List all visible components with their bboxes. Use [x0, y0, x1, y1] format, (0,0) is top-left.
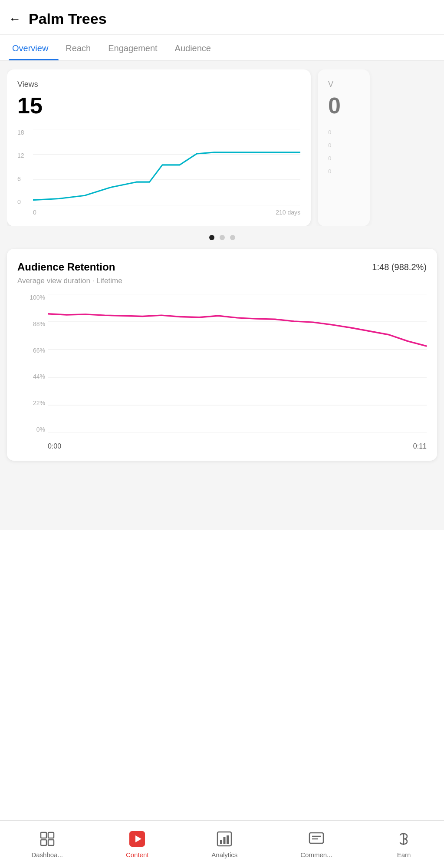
svg-rect-13	[48, 840, 54, 845]
svg-rect-10	[41, 832, 46, 838]
nav-item-comments[interactable]: Commen...	[295, 827, 337, 862]
nav-item-earn[interactable]: Earn	[390, 827, 418, 862]
secondary-card: V 0 0000	[318, 69, 370, 226]
secondary-label: V	[328, 80, 359, 89]
nav-label-analytics: Analytics	[211, 851, 237, 858]
nav-label-comments: Commen...	[300, 851, 332, 858]
chart-x-labels: 0 210 days	[33, 209, 300, 216]
analytics-icon	[216, 830, 233, 848]
earn-icon	[395, 830, 412, 848]
svg-rect-11	[48, 832, 54, 838]
header: ← Palm Trees	[0, 0, 444, 35]
retention-x-labels: 0:00 0:11	[48, 442, 427, 450]
content-icon	[128, 830, 146, 848]
tab-overview[interactable]: Overview	[9, 35, 59, 60]
retention-title: Audience Retention	[17, 261, 115, 273]
svg-rect-12	[41, 840, 46, 845]
dot-2	[220, 235, 225, 240]
retention-header: Audience Retention 1:48 (988.2%)	[17, 261, 427, 273]
views-value: 15	[17, 92, 300, 119]
cards-row: Views 15 18 12 6 0	[7, 69, 437, 226]
retention-chart-svg-area	[48, 294, 427, 433]
dot-1	[209, 235, 214, 240]
nav-label-earn: Earn	[397, 851, 411, 858]
svg-rect-19	[227, 835, 229, 844]
nav-item-analytics[interactable]: Analytics	[206, 827, 243, 862]
nav-label-dashboard: Dashboa...	[31, 851, 63, 858]
nav-label-content: Content	[126, 851, 149, 858]
retention-chart: 100% 88% 66% 44% 22% 0%	[17, 294, 427, 450]
dashboard-icon	[39, 830, 56, 848]
svg-rect-17	[220, 840, 222, 844]
views-card: Views 15 18 12 6 0	[7, 69, 311, 226]
comments-icon	[308, 830, 325, 848]
bottom-nav: Dashboa... Content Analytics	[0, 820, 444, 868]
tab-reach[interactable]: Reach	[62, 35, 101, 60]
views-label: Views	[17, 80, 300, 89]
retention-stat: 1:48 (988.2%)	[372, 262, 427, 272]
chart-y-labels: 18 12 6 0	[17, 129, 24, 205]
nav-item-content[interactable]: Content	[121, 827, 154, 862]
tab-engagement[interactable]: Engagement	[105, 35, 168, 60]
svg-rect-18	[224, 837, 226, 844]
tabs-bar: Overview Reach Engagement Audience	[0, 35, 444, 61]
nav-item-dashboard[interactable]: Dashboa...	[26, 827, 68, 862]
page-title: Palm Trees	[29, 10, 107, 27]
svg-rect-20	[309, 833, 323, 843]
pagination-dots	[7, 235, 437, 240]
chart-svg-area	[33, 129, 300, 205]
retention-subtitle: Average view duration · Lifetime	[17, 277, 427, 285]
views-chart: 18 12 6 0 0	[17, 129, 300, 216]
retention-card: Audience Retention 1:48 (988.2%) Average…	[7, 249, 437, 461]
dot-3	[230, 235, 235, 240]
tab-audience[interactable]: Audience	[171, 35, 221, 60]
main-content: Views 15 18 12 6 0	[0, 61, 444, 530]
secondary-value: 0	[328, 92, 359, 119]
retention-y-labels: 100% 88% 66% 44% 22% 0%	[17, 294, 45, 433]
back-button[interactable]: ←	[9, 13, 21, 25]
